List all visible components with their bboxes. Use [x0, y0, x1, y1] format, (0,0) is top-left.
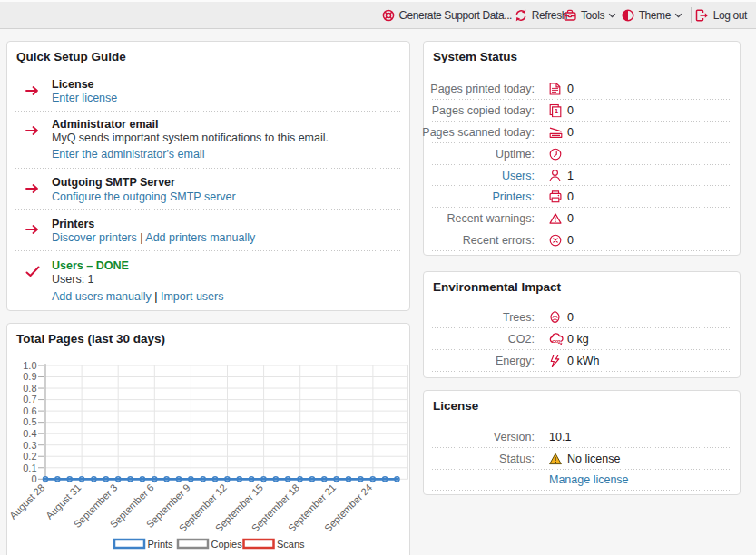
svg-text:0.7: 0.7: [23, 394, 36, 404]
svg-text:Copies: Copies: [211, 539, 243, 550]
svg-text:0.5: 0.5: [23, 416, 36, 427]
svg-text:0.4: 0.4: [23, 428, 36, 439]
svg-text:0.8: 0.8: [23, 383, 36, 394]
svg-text:0.9: 0.9: [23, 371, 36, 382]
svg-text:0.2: 0.2: [23, 451, 36, 462]
svg-text:Prints: Prints: [148, 539, 174, 550]
svg-text:August 28: August 28: [7, 482, 46, 521]
svg-text:Scans: Scans: [277, 539, 305, 550]
svg-text:1.0: 1.0: [23, 360, 36, 371]
svg-text:0: 0: [31, 473, 36, 484]
svg-text:0.3: 0.3: [23, 440, 36, 451]
svg-text:1: 1: [555, 107, 558, 115]
svg-text:0.6: 0.6: [23, 405, 36, 416]
svg-text:0.1: 0.1: [23, 462, 36, 473]
